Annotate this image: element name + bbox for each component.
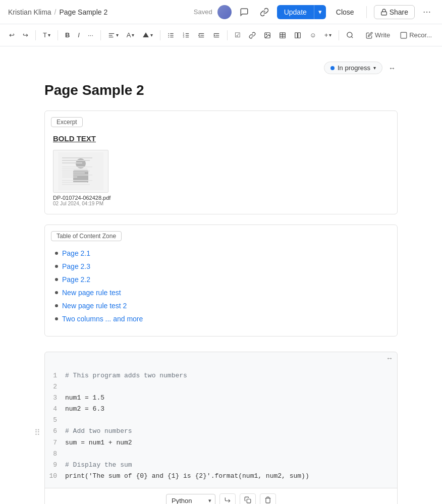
text-style-dropdown[interactable]: T ▾ [40,29,53,41]
toc-link[interactable]: New page rule test 2 [62,302,127,310]
link-icon-button[interactable] [257,6,272,19]
trash-icon [264,496,271,503]
undo-button[interactable]: ↩ [6,29,18,41]
update-button-group: Update ▾ [277,5,326,19]
toc-list-item: Page 2.3 [55,262,387,270]
pdf-preview [53,150,108,193]
status-bar: In progress ▾ ↔ [44,62,398,74]
share-label: Share [390,8,408,16]
line-code: # This program adds two numbers [65,370,397,381]
table-button[interactable] [276,30,289,41]
more-icon: ⋯ [423,7,431,17]
indent-button[interactable] [210,30,223,41]
code-line: 9# Display the sum [45,460,397,471]
line-number: 5 [45,415,65,426]
status-badge[interactable]: In progress ▾ [324,62,382,74]
code-line: 10print('The sum of {0} and {1} is {2}'.… [45,471,397,482]
toc-link[interactable]: Page 2.1 [62,249,90,257]
column-layout-button[interactable] [291,30,304,41]
code-wrap-button[interactable] [219,493,236,504]
image-button[interactable] [261,30,274,41]
code-content[interactable]: 1# This program adds two numbers23num1 =… [45,364,397,488]
line-number: 10 [45,471,65,482]
code-delete-button[interactable] [260,493,276,504]
code-expand-button[interactable]: ↔ [386,354,393,362]
line-code [65,449,397,460]
top-navigation: Kristian Klima / Page Sample 2 Saved Upd… [0,0,442,24]
toolbar-divider-2 [58,30,58,40]
link-button[interactable] [246,30,259,41]
line-number: 8 [45,449,65,460]
status-dot [330,66,335,70]
line-number: 3 [45,393,65,404]
comment-icon-button[interactable] [237,6,252,19]
more-format-button[interactable]: ··· [85,29,96,41]
code-block: ↔ 1# This program adds two numbers23num1… [44,352,398,504]
toc-box: Table of Content Zone Page 2.1Page 2.3Pa… [44,225,398,337]
lock-icon [380,9,388,16]
drag-handle-icon[interactable]: ⠿ [34,428,40,437]
toc-list-item: New page rule test 2 [55,302,387,310]
link-toolbar-icon [249,32,256,39]
toc-list: Page 2.1Page 2.3Page 2.2New page rule te… [55,249,387,323]
emoji-button[interactable]: ☺ [306,29,319,41]
toc-bullet [55,252,58,255]
bullet-list-button[interactable] [164,30,178,41]
code-line: 5 [45,415,397,426]
page-title[interactable]: Page Sample 2 [44,82,398,98]
align-dropdown[interactable]: ▾ [105,30,122,41]
close-button[interactable]: Close [331,5,359,19]
toc-link[interactable]: Two columns ... and more [62,315,143,323]
bold-button[interactable]: B [62,29,73,41]
toc-list-item: Page 2.2 [55,275,387,284]
write-mode-button[interactable]: Write [362,29,394,41]
svg-rect-29 [298,32,301,38]
line-number: 9 [45,460,65,471]
toc-link[interactable]: New page rule test [62,289,121,297]
code-line: 6# Add two numbers [45,426,397,437]
update-button[interactable]: Update [277,5,314,19]
svg-point-8 [169,35,170,36]
svg-rect-39 [62,166,92,167]
bold-text: BOLD TEXT [53,134,389,143]
svg-rect-46 [62,182,87,183]
language-select[interactable]: PythonJavaScriptTypeScriptHTMLCSSJavaC++… [166,494,215,504]
code-line: 8 [45,449,397,460]
svg-rect-0 [381,12,386,15]
outdent-button[interactable] [195,30,208,41]
highlight-dropdown[interactable]: ▾ [139,30,156,41]
toolbar-divider-1 [35,30,36,40]
highlight-icon [142,32,149,39]
toc-bullet [55,291,58,294]
code-line: 2 [45,381,397,393]
bullet-list-icon [168,32,175,39]
search-button[interactable] [343,29,357,41]
checkbox-button[interactable]: ☑ [232,29,244,41]
ordered-list-button[interactable]: 123 [180,30,193,41]
toc-link[interactable]: Page 2.2 [62,275,90,284]
language-selector-wrap: PythonJavaScriptTypeScriptHTMLCSSJavaC++… [166,494,215,504]
editor-toolbar: ↩ ↪ T ▾ B I ··· ▾ A ▾ ▾ 123 ☑ ☺ + ▾ [0,24,442,46]
svg-line-31 [352,36,353,38]
more-menu-button[interactable]: ⋯ [420,5,434,19]
toc-list-item: New page rule test [55,289,387,297]
code-line: 1# This program adds two numbers [45,370,397,381]
line-code: num2 = 6.3 [65,404,397,415]
saved-status: Saved [194,8,212,16]
pdf-attachment[interactable]: DP-010724-062428.pdf 02 Jul 2024, 04:19 … [53,150,111,206]
toc-content: Page 2.1Page 2.3Page 2.2New page rule te… [45,241,397,336]
expand-button[interactable]: ↔ [386,63,398,73]
redo-button[interactable]: ↪ [20,29,31,41]
code-footer: PythonJavaScriptTypeScriptHTMLCSSJavaC++… [45,488,397,504]
line-number: 2 [45,381,65,393]
record-button[interactable]: Recor... [396,29,436,41]
font-color-dropdown[interactable]: A ▾ [124,29,138,41]
insert-plus-button[interactable]: + ▾ [321,29,335,41]
share-button[interactable]: Share [374,5,415,19]
italic-button[interactable]: I [75,29,83,41]
toc-link[interactable]: Page 2.3 [62,262,90,270]
toc-list-item: Two columns ... and more [55,315,387,323]
code-copy-button[interactable] [240,493,256,504]
update-dropdown-button[interactable]: ▾ [314,5,326,19]
avatar[interactable] [217,5,232,19]
